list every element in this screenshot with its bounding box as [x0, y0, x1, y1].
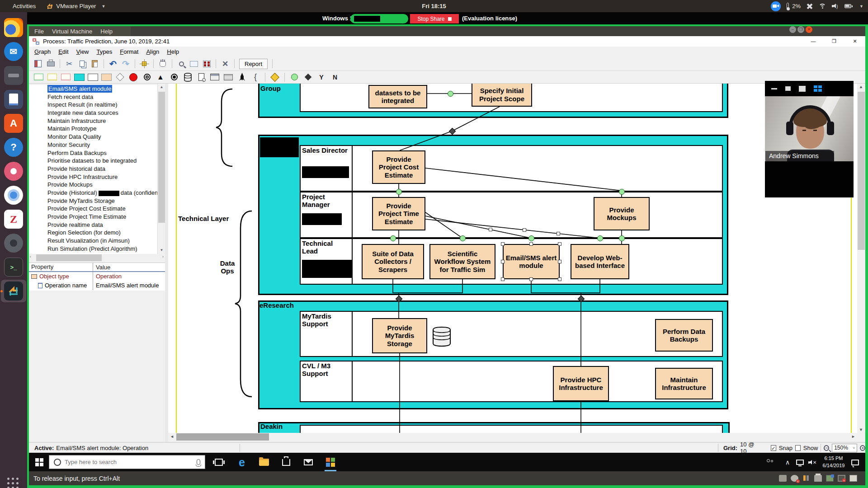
list-item[interactable]: Integrate new data sources — [29, 109, 157, 117]
edge-waypoint[interactable] — [557, 232, 560, 235]
print-icon[interactable] — [45, 58, 56, 69]
selection-handle[interactable] — [529, 277, 533, 281]
nic-device-icon[interactable] — [826, 475, 834, 482]
vmware-player-menu[interactable]: VMware Player ▼ — [47, 0, 105, 12]
vmware-virtual-machine-menu[interactable]: Virtual Machine — [52, 28, 92, 35]
file-explorer-icon[interactable] — [257, 455, 271, 469]
menu-help[interactable]: Help — [167, 48, 179, 55]
property-row[interactable]: Operation name Email/SMS alert module — [29, 281, 165, 290]
scroll-up-icon[interactable]: ▲ — [859, 84, 863, 89]
task-provide-hpc-infrastructure[interactable]: Provide HPC Infrastructure — [553, 366, 609, 401]
edge-waypoint[interactable] — [489, 228, 492, 231]
app-title-bar[interactable]: Process: Traffic Prediction, June 10, 20… — [29, 36, 865, 47]
connector-node[interactable] — [460, 235, 466, 241]
volume-muted-icon[interactable]: ✕ — [806, 455, 819, 469]
show-checkbox[interactable] — [795, 445, 801, 451]
people-icon[interactable] — [764, 455, 777, 469]
copy-icon[interactable] — [76, 58, 87, 69]
selection-handle[interactable] — [558, 260, 561, 263]
list-item[interactable]: Result Visualization (in Aimsun) — [29, 237, 157, 245]
scrollbar-thumb[interactable] — [158, 92, 165, 223]
snap-checkbox[interactable]: ✓ — [771, 445, 776, 451]
list-item[interactable]: Fetch recent data — [29, 93, 157, 101]
edge-icon[interactable]: e — [235, 455, 249, 469]
taskbar-clock[interactable]: 6:15 PM 6/14/2019 — [819, 455, 848, 469]
task-provide-project-time-estimate[interactable]: Provide Project Time Estimate — [372, 197, 425, 230]
stop-share-button[interactable]: Stop Share — [410, 14, 459, 23]
system-caret-icon[interactable]: ▼ — [859, 4, 863, 9]
clipboard-device-icon[interactable] — [849, 475, 857, 482]
selection-handle[interactable] — [558, 277, 561, 281]
top-clock[interactable]: Fri 18:15 — [422, 0, 446, 12]
datastore-icon[interactable] — [432, 326, 452, 347]
help-icon[interactable]: ? — [4, 138, 23, 157]
state-icon[interactable] — [127, 72, 139, 82]
scroll-left-icon[interactable]: ‹ — [30, 254, 31, 259]
list-item[interactable]: Provide realtime data — [29, 221, 157, 229]
vmware-file-menu[interactable]: File — [34, 28, 44, 35]
connector-node[interactable] — [390, 235, 396, 241]
list-item-redacted[interactable]: Provide (Historical)data (confidential) — [29, 189, 157, 197]
diagram-canvas[interactable]: Technical Layer Data Ops Group Sales Dir… — [168, 84, 857, 433]
pink-app-icon[interactable] — [4, 162, 23, 181]
gateway-icon[interactable] — [114, 72, 126, 82]
scroll-right-icon[interactable]: ► — [851, 434, 855, 439]
datastore-icon[interactable] — [182, 72, 193, 82]
redo-icon[interactable]: ↷ — [120, 58, 131, 69]
system-icon[interactable]: i — [195, 72, 207, 82]
add-node-icon[interactable] — [139, 58, 150, 69]
value-column-header[interactable]: Value — [93, 263, 165, 271]
task-view-button[interactable] — [212, 455, 226, 469]
target-icon[interactable] — [141, 72, 153, 82]
chromium-icon[interactable] — [4, 186, 23, 205]
webcam-maximize-icon[interactable] — [799, 86, 806, 92]
list-item[interactable]: Inspect Result (in realtime) — [29, 101, 157, 109]
action-center-icon[interactable] — [848, 455, 862, 469]
start-icon[interactable] — [288, 72, 300, 82]
lane-icon[interactable] — [73, 72, 85, 82]
list-item[interactable]: Prioritise datasets to be integrated — [29, 157, 157, 165]
task-specify-initial-project-scope[interactable]: Specify Initial Project Scope — [472, 84, 532, 107]
zoom-in-icon[interactable] — [860, 445, 865, 451]
task-provide-mytardis-storage[interactable]: Provide MyTardis Storage — [372, 318, 427, 353]
display-device-icon[interactable]: x — [838, 475, 845, 482]
note-red-icon[interactable] — [60, 72, 71, 82]
list-item[interactable]: Run Simulation (Predict Algorithm) — [29, 245, 157, 253]
app-minimize-button[interactable]: — — [803, 36, 824, 47]
rect-icon[interactable] — [87, 72, 99, 82]
microphone-icon[interactable] — [197, 459, 200, 465]
terminal-icon[interactable]: >_ — [4, 258, 23, 277]
connector-node[interactable] — [597, 235, 603, 241]
menu-edit[interactable]: Edit — [58, 48, 68, 55]
vmware-minimize-button[interactable]: – — [789, 26, 796, 33]
scroll-down-icon[interactable]: ▼ — [158, 247, 165, 254]
menu-view[interactable]: View — [76, 48, 89, 55]
files-icon[interactable] — [4, 66, 23, 85]
list-vertical-scrollbar[interactable]: ▲ ▼ — [157, 84, 165, 254]
marquee-icon[interactable] — [189, 58, 199, 69]
list-item[interactable]: Provide Project Cost Estimate — [29, 205, 157, 213]
y-toggle[interactable]: Y — [316, 72, 327, 82]
webcam-minimize-icon[interactable] — [771, 88, 777, 89]
list-item[interactable]: Provide Mockups — [29, 181, 157, 189]
task-provide-project-cost-estimate[interactable]: Provide Project Cost Estimate — [372, 150, 425, 184]
connector-node[interactable] — [619, 235, 625, 241]
scroll-right-icon[interactable]: › — [162, 254, 164, 259]
diamond-icon[interactable] — [302, 72, 314, 82]
firefox-icon[interactable] — [4, 18, 23, 37]
activities-button[interactable]: Activities — [13, 3, 36, 9]
list-item[interactable]: Provide historical data — [29, 165, 157, 173]
task-maintain-infrastructure[interactable]: Maintain Infrastructure — [655, 368, 713, 399]
vmware-close-button[interactable]: ✕ — [806, 26, 812, 33]
webcam-overlay[interactable]: Andrew Simmons — [765, 81, 854, 197]
n-toggle[interactable]: N — [329, 72, 341, 82]
operations-list[interactable]: Email/SMS alert module Fetch recent data… — [29, 85, 157, 254]
list-item[interactable]: Provide HPC Infrastructure — [29, 173, 157, 181]
canvas-horizontal-scrollbar[interactable]: ◄ ► — [168, 433, 857, 441]
fit-view-icon[interactable] — [201, 58, 212, 69]
window-icon[interactable] — [209, 72, 221, 82]
list-item[interactable]: Region Selection (for demo) — [29, 229, 157, 237]
indicator-icon[interactable] — [807, 3, 813, 9]
scrollbar-thumb[interactable] — [176, 433, 269, 441]
task-scientific-workflow-system[interactable]: Scientific Workflow System for Traffic S… — [429, 244, 495, 279]
